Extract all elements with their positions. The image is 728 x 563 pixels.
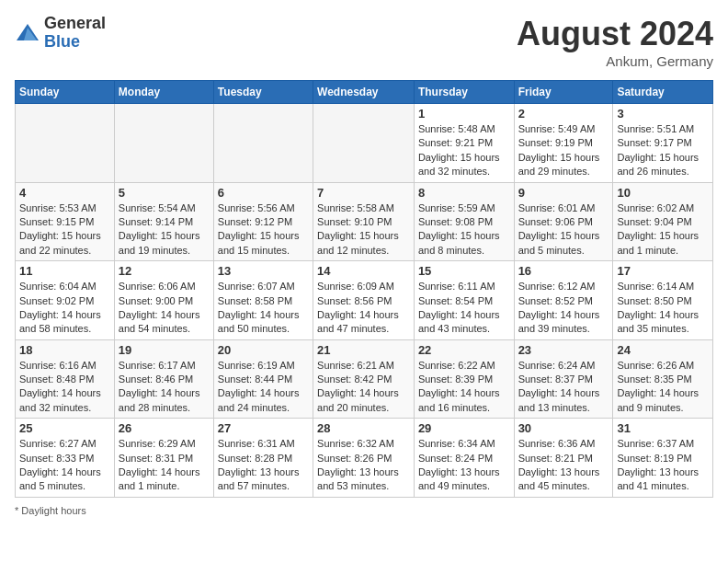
calendar-week-row: 18Sunrise: 6:16 AMSunset: 8:48 PMDayligh… [16, 339, 713, 419]
weekday-header: Thursday [414, 81, 514, 104]
calendar-week-row: 1Sunrise: 5:48 AMSunset: 9:21 PMDaylight… [16, 104, 713, 183]
calendar-cell: 4Sunrise: 5:53 AMSunset: 9:15 PMDaylight… [16, 182, 115, 261]
day-info: Sunrise: 6:26 AMSunset: 8:35 PMDaylight:… [617, 359, 709, 416]
calendar-cell: 23Sunrise: 6:24 AMSunset: 8:37 PMDayligh… [514, 339, 613, 419]
calendar-cell [16, 104, 115, 183]
calendar-cell: 17Sunrise: 6:14 AMSunset: 8:50 PMDayligh… [613, 261, 713, 340]
day-number: 17 [617, 264, 709, 278]
calendar-cell: 24Sunrise: 6:26 AMSunset: 8:35 PMDayligh… [613, 339, 713, 419]
calendar-cell: 25Sunrise: 6:27 AMSunset: 8:33 PMDayligh… [16, 419, 115, 498]
day-info: Sunrise: 6:14 AMSunset: 8:50 PMDaylight:… [617, 280, 709, 337]
day-info: Sunrise: 6:09 AMSunset: 8:56 PMDaylight:… [317, 280, 410, 337]
calendar-cell: 7Sunrise: 5:58 AMSunset: 9:10 PMDaylight… [313, 182, 415, 261]
day-number: 21 [317, 343, 410, 357]
day-info: Sunrise: 6:34 AMSunset: 8:24 PMDaylight:… [418, 437, 510, 494]
day-info: Sunrise: 6:19 AMSunset: 8:44 PMDaylight:… [218, 359, 309, 416]
logo-blue: Blue [44, 33, 106, 52]
day-number: 25 [19, 421, 110, 435]
calendar-cell [114, 104, 213, 183]
calendar-cell: 18Sunrise: 6:16 AMSunset: 8:48 PMDayligh… [16, 339, 115, 419]
day-info: Sunrise: 5:53 AMSunset: 9:15 PMDaylight:… [19, 201, 110, 259]
day-number: 1 [418, 107, 510, 121]
day-number: 20 [218, 343, 309, 357]
logo: General Blue [15, 15, 106, 52]
calendar-cell: 3Sunrise: 5:51 AMSunset: 9:17 PMDaylight… [613, 104, 713, 183]
day-number: 8 [418, 186, 510, 200]
location: Ankum, Germany [517, 53, 713, 69]
calendar-cell: 22Sunrise: 6:22 AMSunset: 8:39 PMDayligh… [414, 339, 514, 419]
day-number: 15 [418, 264, 510, 278]
day-number: 13 [218, 264, 309, 278]
weekday-header: Sunday [16, 81, 115, 104]
calendar-week-row: 11Sunrise: 6:04 AMSunset: 9:02 PMDayligh… [16, 261, 713, 340]
day-number: 5 [119, 186, 210, 200]
calendar-cell: 6Sunrise: 5:56 AMSunset: 9:12 PMDaylight… [213, 182, 313, 261]
day-number: 29 [418, 421, 510, 435]
weekday-header: Saturday [613, 81, 713, 104]
calendar-cell: 19Sunrise: 6:17 AMSunset: 8:46 PMDayligh… [114, 339, 213, 419]
day-number: 10 [617, 186, 709, 200]
day-number: 27 [218, 421, 309, 435]
day-info: Sunrise: 6:32 AMSunset: 8:26 PMDaylight:… [317, 437, 410, 494]
calendar-cell: 29Sunrise: 6:34 AMSunset: 8:24 PMDayligh… [414, 419, 514, 498]
calendar-cell: 20Sunrise: 6:19 AMSunset: 8:44 PMDayligh… [213, 339, 313, 419]
day-number: 30 [518, 421, 609, 435]
day-number: 22 [418, 343, 510, 357]
day-number: 6 [218, 186, 309, 200]
calendar-cell: 5Sunrise: 5:54 AMSunset: 9:14 PMDaylight… [114, 182, 213, 261]
day-info: Sunrise: 6:29 AMSunset: 8:31 PMDaylight:… [119, 437, 210, 494]
calendar-table: SundayMondayTuesdayWednesdayThursdayFrid… [15, 80, 713, 498]
day-info: Sunrise: 6:36 AMSunset: 8:21 PMDaylight:… [518, 437, 609, 494]
day-number: 4 [19, 186, 110, 200]
day-info: Sunrise: 5:59 AMSunset: 9:08 PMDaylight:… [418, 201, 510, 259]
calendar-cell: 26Sunrise: 6:29 AMSunset: 8:31 PMDayligh… [114, 419, 213, 498]
day-number: 9 [518, 186, 609, 200]
day-info: Sunrise: 5:48 AMSunset: 9:21 PMDaylight:… [418, 122, 510, 179]
day-number: 3 [617, 107, 709, 121]
calendar-week-row: 4Sunrise: 5:53 AMSunset: 9:15 PMDaylight… [16, 182, 713, 261]
footer-note: * Daylight hours [15, 505, 713, 516]
day-info: Sunrise: 6:24 AMSunset: 8:37 PMDaylight:… [518, 359, 609, 416]
logo-text: General Blue [44, 15, 106, 52]
calendar-cell: 12Sunrise: 6:06 AMSunset: 9:00 PMDayligh… [114, 261, 213, 340]
month-title: August 2024 [517, 15, 713, 53]
calendar-cell: 11Sunrise: 6:04 AMSunset: 9:02 PMDayligh… [16, 261, 115, 340]
day-number: 16 [518, 264, 609, 278]
logo-general: General [44, 15, 106, 33]
day-info: Sunrise: 6:01 AMSunset: 9:06 PMDaylight:… [518, 201, 609, 259]
calendar-cell: 2Sunrise: 5:49 AMSunset: 9:19 PMDaylight… [514, 104, 613, 183]
day-info: Sunrise: 6:12 AMSunset: 8:52 PMDaylight:… [518, 280, 609, 337]
calendar-cell: 21Sunrise: 6:21 AMSunset: 8:42 PMDayligh… [313, 339, 415, 419]
calendar-cell: 9Sunrise: 6:01 AMSunset: 9:06 PMDaylight… [514, 182, 613, 261]
page-header: General Blue August 2024 Ankum, Germany [15, 15, 713, 69]
day-info: Sunrise: 6:37 AMSunset: 8:19 PMDaylight:… [617, 437, 709, 494]
calendar-cell: 10Sunrise: 6:02 AMSunset: 9:04 PMDayligh… [613, 182, 713, 261]
calendar-cell: 31Sunrise: 6:37 AMSunset: 8:19 PMDayligh… [613, 419, 713, 498]
day-info: Sunrise: 5:51 AMSunset: 9:17 PMDaylight:… [617, 122, 709, 179]
day-number: 19 [119, 343, 210, 357]
day-number: 28 [317, 421, 410, 435]
title-section: August 2024 Ankum, Germany [517, 15, 713, 69]
calendar-cell: 14Sunrise: 6:09 AMSunset: 8:56 PMDayligh… [313, 261, 415, 340]
day-number: 12 [119, 264, 210, 278]
day-info: Sunrise: 6:16 AMSunset: 8:48 PMDaylight:… [19, 359, 110, 416]
day-number: 7 [317, 186, 410, 200]
calendar-week-row: 25Sunrise: 6:27 AMSunset: 8:33 PMDayligh… [16, 419, 713, 498]
footer-note-text: Daylight hours [21, 505, 85, 516]
calendar-cell: 13Sunrise: 6:07 AMSunset: 8:58 PMDayligh… [213, 261, 313, 340]
weekday-header: Friday [514, 81, 613, 104]
day-info: Sunrise: 6:17 AMSunset: 8:46 PMDaylight:… [119, 359, 210, 416]
day-info: Sunrise: 6:02 AMSunset: 9:04 PMDaylight:… [617, 201, 709, 259]
day-info: Sunrise: 5:54 AMSunset: 9:14 PMDaylight:… [119, 201, 210, 259]
calendar-cell: 27Sunrise: 6:31 AMSunset: 8:28 PMDayligh… [213, 419, 313, 498]
day-info: Sunrise: 5:56 AMSunset: 9:12 PMDaylight:… [218, 201, 309, 259]
calendar-cell: 15Sunrise: 6:11 AMSunset: 8:54 PMDayligh… [414, 261, 514, 340]
calendar-cell: 28Sunrise: 6:32 AMSunset: 8:26 PMDayligh… [313, 419, 415, 498]
day-number: 24 [617, 343, 709, 357]
calendar-cell: 16Sunrise: 6:12 AMSunset: 8:52 PMDayligh… [514, 261, 613, 340]
day-info: Sunrise: 6:31 AMSunset: 8:28 PMDaylight:… [218, 437, 309, 494]
logo-icon [15, 20, 40, 46]
day-number: 14 [317, 264, 410, 278]
weekday-header: Monday [114, 81, 213, 104]
day-info: Sunrise: 6:04 AMSunset: 9:02 PMDaylight:… [19, 280, 110, 337]
